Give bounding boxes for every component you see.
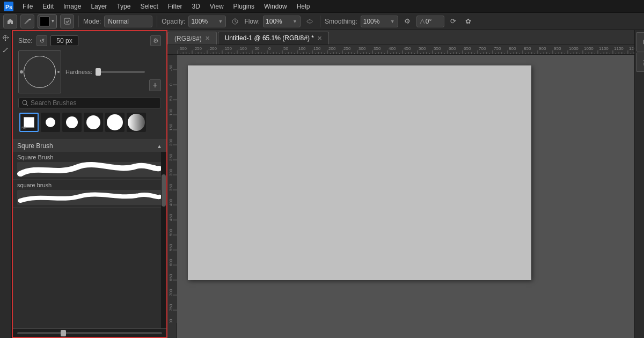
flow-label: Flow: [244,18,260,25]
menu-layer[interactable]: Layer [86,2,111,11]
menu-select[interactable]: Select [136,2,162,11]
menu-filter[interactable]: Filter [164,2,187,11]
color-swatch[interactable]: ▼ [38,14,57,28]
flow-input-wrap: ▼ [263,16,301,27]
preset-2[interactable] [41,113,60,132]
separator [78,16,79,27]
bottom-size-slider-track[interactable] [17,332,162,334]
menu-window[interactable]: Window [260,2,291,11]
brush-scrollbar[interactable] [161,152,166,328]
brush-scrollbar-thumb[interactable] [162,174,166,207]
history-panel-icon[interactable]: ⬚ [636,53,644,72]
brush-name-1: Square Brush [17,154,162,160]
brush-tool[interactable] [1,44,11,55]
smoothing-dropdown-icon[interactable]: ▼ [390,19,395,24]
hardness-thumb[interactable] [96,68,101,76]
brush-sliders: Hardness: [65,50,145,93]
menu-plugins[interactable]: Plugins [229,2,259,11]
opacity-input-wrap: ▼ [188,16,226,27]
preset-medium-icon [66,116,78,128]
brush-settings-button[interactable]: ⚙ [150,35,161,46]
home-button[interactable] [3,14,17,28]
svg-point-5 [307,20,312,23]
svg-rect-3 [64,18,70,24]
edit-brush-button[interactable] [60,14,74,28]
angle-input[interactable] [426,18,442,25]
list-item[interactable]: square brush [13,180,166,208]
brush-name-2: square brush [17,182,162,188]
menu-image[interactable]: Image [59,2,85,11]
menu-edit[interactable]: Edit [38,2,58,11]
move-tool[interactable] [1,32,11,43]
smoothing-input[interactable] [363,18,390,25]
hardness-slider-row: Hardness: [65,69,145,75]
brush-tool-button[interactable] [20,14,34,28]
separator2 [157,16,157,27]
preset-large-icon [86,115,100,129]
preset-soft-icon [46,117,55,127]
canvas-document[interactable] [188,65,531,280]
tab-label-0: (RGB/8#) [174,35,202,42]
extra-icon[interactable]: ✿ [463,16,474,27]
menu-help[interactable]: Help [292,2,314,11]
opacity-input[interactable] [191,18,218,25]
size-value-input[interactable] [50,35,78,46]
horizontal-ruler [167,45,634,55]
symmetry-icon[interactable]: ⟳ [448,16,459,27]
preset-1[interactable]: 50 [19,113,39,132]
preset-xlarge-icon [107,114,123,130]
tab-0[interactable]: (RGB/8#) ✕ [167,32,217,45]
layers-panel-icon[interactable]: ⊞ [636,32,644,52]
hardness-label: Hardness: [65,69,95,75]
brush-search-input[interactable] [31,99,157,107]
reset-brush-size-button[interactable]: ↺ [36,35,47,46]
brush-stroke-preview-1 [17,162,162,177]
flow-dropdown-icon[interactable]: ▼ [292,19,297,24]
brush-section-header[interactable]: Squre Brush ▲ [13,139,166,152]
brush-size-row: Size: ↺ ⚙ [18,35,161,46]
document-canvas-area[interactable] [177,55,634,338]
menu-file[interactable]: File [18,2,37,11]
svg-point-7 [23,100,27,105]
flow-input[interactable] [266,18,292,25]
preset-num: 50 [21,126,26,130]
opacity-label: Opacity: [162,18,185,25]
tab-close-1[interactable]: ✕ [317,35,322,42]
brush-preview [18,50,61,93]
ruler-canvas [177,45,634,55]
size-label: Size: [18,37,33,45]
preset-3[interactable] [62,113,82,132]
menu-view[interactable]: View [206,2,228,11]
preset-6[interactable] [127,113,146,132]
angle-input-wrap [416,16,444,27]
mode-label: Mode: [83,18,101,25]
opacity-dropdown-icon[interactable]: ▼ [218,19,223,24]
foreground-color [40,17,49,26]
preset-4[interactable] [84,113,103,132]
add-to-canvas-button[interactable]: + [149,79,161,91]
menu-3d[interactable]: 3D [187,2,204,11]
hardness-slider-track[interactable] [98,71,145,73]
tab-close-0[interactable]: ✕ [205,35,210,42]
vertical-ruler [167,55,177,338]
smoothing-settings-icon[interactable]: ⚙ [401,16,413,27]
swatch-arrow-icon: ▼ [51,19,55,24]
search-icon [22,100,28,106]
list-item[interactable]: Square Brush [13,152,166,180]
preset-5[interactable] [105,113,125,132]
mini-panels: ⊞ ⬚ [635,30,644,74]
airbrush-icon[interactable] [304,16,316,27]
left-toolbar [0,30,12,338]
tab-label-1: Untitled-1 @ 65.1% (RGB/8#) * [225,34,314,42]
tab-1[interactable]: Untitled-1 @ 65.1% (RGB/8#) * ✕ [218,32,329,45]
brush-section-toggle-icon[interactable]: ▲ [157,143,162,149]
pressure-opacity-icon[interactable] [229,16,241,27]
svg-text:Ps: Ps [5,3,12,10]
brush-circle-preview [24,56,56,88]
mode-dropdown[interactable]: Normal [104,16,152,27]
brush-section-title: Squre Brush [17,142,53,150]
app-logo: Ps [2,1,15,12]
menu-type[interactable]: Type [112,2,135,11]
bottom-size-slider-thumb[interactable] [61,330,66,336]
angle-icon [419,18,426,25]
